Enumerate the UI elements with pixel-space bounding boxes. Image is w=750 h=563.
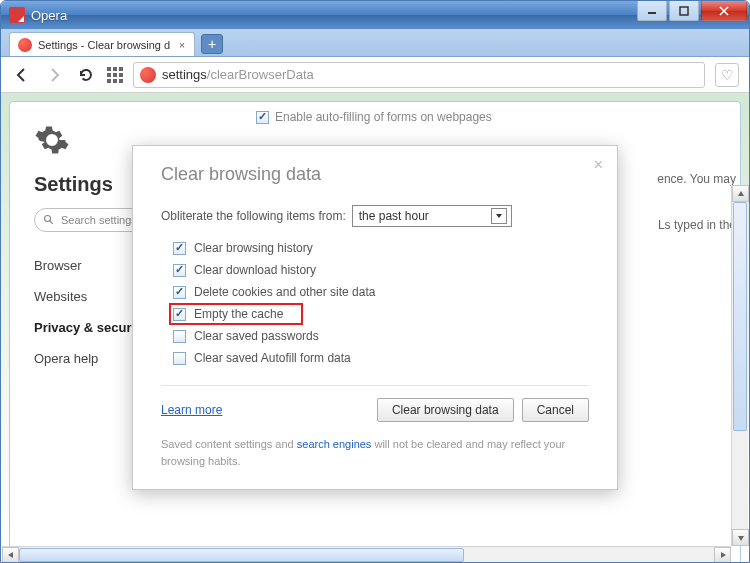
checkbox-list: Clear browsing historyClear download his…	[161, 237, 589, 369]
content-area: Settings Search settings Browser Website…	[1, 93, 749, 563]
opera-url-icon	[140, 67, 156, 83]
checkbox-label: Clear browsing history	[194, 241, 313, 255]
learn-more-link[interactable]: Learn more	[161, 403, 222, 417]
note-pre: Saved content settings and	[161, 438, 297, 450]
maximize-button[interactable]	[669, 1, 699, 21]
speed-dial-button[interactable]	[107, 67, 123, 83]
tab-title: Settings - Clear browsing d	[38, 39, 170, 51]
url-path: /clearBrowserData	[207, 67, 314, 82]
checkbox-label: Clear saved Autofill form data	[194, 351, 351, 365]
checkbox[interactable]	[173, 242, 186, 255]
new-tab-button[interactable]: +	[201, 34, 223, 54]
clear-browsing-dialog: × Clear browsing data Obliterate the fol…	[132, 145, 618, 490]
search-engines-link[interactable]: search engines	[297, 438, 372, 450]
checkbox-label: Clear saved passwords	[194, 329, 319, 343]
titlebar: Opera	[1, 1, 749, 29]
toolbar: settings/clearBrowserData ♡	[1, 57, 749, 93]
opera-favicon	[18, 38, 32, 52]
timeframe-select[interactable]: the past hour	[352, 205, 512, 227]
checkbox-row: Delete cookies and other site data	[173, 281, 589, 303]
svg-marker-10	[496, 214, 502, 218]
checkbox-row: Clear download history	[173, 259, 589, 281]
checkbox[interactable]	[173, 352, 186, 365]
forward-button[interactable]	[43, 64, 65, 86]
tab-settings[interactable]: Settings - Clear browsing d ×	[9, 32, 195, 56]
checkbox-row: Clear browsing history	[173, 237, 589, 259]
checkbox[interactable]	[173, 330, 186, 343]
url-text: settings/clearBrowserData	[162, 67, 698, 82]
reload-button[interactable]	[75, 64, 97, 86]
app-title: Opera	[31, 8, 67, 23]
checkbox-row: Empty the cache	[173, 303, 589, 325]
url-prefix: settings	[162, 67, 207, 82]
address-bar[interactable]: settings/clearBrowserData	[133, 62, 705, 88]
dialog-close-icon[interactable]: ×	[594, 156, 603, 174]
clear-browsing-data-button[interactable]: Clear browsing data	[377, 398, 514, 422]
obliterate-label: Obliterate the following items from:	[161, 209, 346, 223]
close-button[interactable]	[701, 1, 747, 21]
chevron-down-icon	[491, 208, 507, 224]
tab-close-icon[interactable]: ×	[176, 39, 188, 51]
tab-strip: Settings - Clear browsing d × +	[1, 29, 749, 57]
back-button[interactable]	[11, 64, 33, 86]
checkbox[interactable]	[173, 286, 186, 299]
checkbox-row: Clear saved Autofill form data	[173, 347, 589, 369]
checkbox-label: Delete cookies and other site data	[194, 285, 375, 299]
checkbox[interactable]	[173, 264, 186, 277]
dialog-note: Saved content settings and search engine…	[161, 436, 589, 469]
svg-rect-1	[680, 7, 688, 15]
checkbox-row: Clear saved passwords	[173, 325, 589, 347]
dialog-overlay: × Clear browsing data Obliterate the fol…	[1, 93, 749, 563]
minimize-button[interactable]	[637, 1, 667, 21]
timeframe-value: the past hour	[359, 209, 429, 223]
checkbox[interactable]	[173, 308, 186, 321]
cancel-button[interactable]: Cancel	[522, 398, 589, 422]
checkbox-label: Clear download history	[194, 263, 316, 277]
checkbox-label: Empty the cache	[194, 307, 283, 321]
bookmark-button[interactable]: ♡	[715, 63, 739, 87]
opera-icon	[9, 7, 25, 23]
dialog-title: Clear browsing data	[161, 164, 589, 185]
window: Opera Settings - Clear browsing d × + se…	[0, 0, 750, 563]
